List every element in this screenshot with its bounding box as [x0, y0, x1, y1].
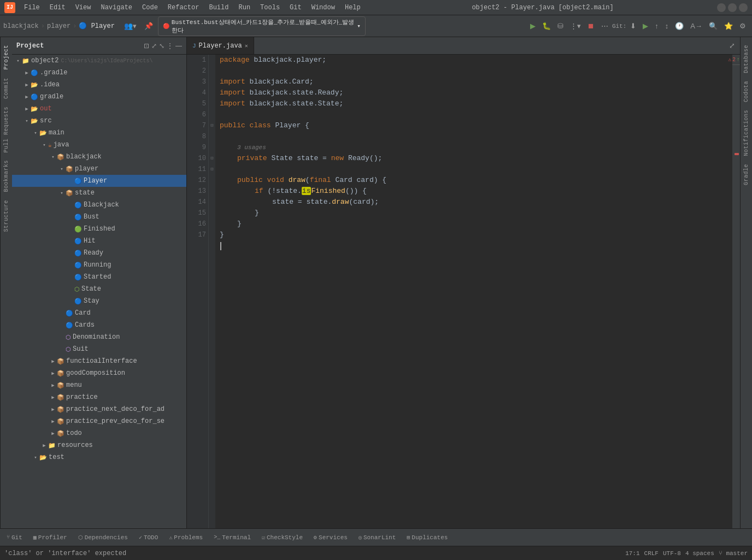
- tree-java[interactable]: ▾ ☕ java: [12, 139, 186, 151]
- status-position[interactable]: 17:1: [625, 550, 639, 557]
- menu-item-view[interactable]: View: [71, 3, 96, 13]
- tree-blackjack-pkg[interactable]: ▾ 📦 blackjack: [12, 151, 186, 163]
- panel-minus-btn[interactable]: —: [175, 42, 182, 50]
- tree-resources[interactable]: ▶ 📁 resources: [12, 439, 186, 451]
- maximize-button[interactable]: □: [728, 3, 737, 12]
- fold-12[interactable]: ⊟: [209, 164, 215, 175]
- bottom-tab-services[interactable]: ⚙ Services: [309, 533, 352, 543]
- tree-out[interactable]: ▶ 📂 out: [12, 103, 186, 115]
- team-button[interactable]: 👥▾: [121, 20, 139, 32]
- menu-item-tools[interactable]: Tools: [256, 3, 284, 13]
- sidebar-project[interactable]: Project: [2, 42, 10, 73]
- panel-expand2-btn[interactable]: ⤡: [159, 42, 164, 50]
- settings-button[interactable]: ⚙: [737, 20, 749, 32]
- bottom-tab-checkstyle[interactable]: ☑ CheckStyle: [257, 533, 307, 543]
- tree-Hit[interactable]: 🔵 Hit: [12, 235, 186, 247]
- tree-src[interactable]: ▾ 📂 src: [12, 115, 186, 127]
- menu-item-window[interactable]: Window: [307, 3, 339, 13]
- tree-practice[interactable]: ▶ 📦 practice: [12, 391, 186, 403]
- menu-item-refactor[interactable]: Refactor: [163, 3, 204, 13]
- status-branch[interactable]: ⑂ master: [719, 550, 748, 557]
- editor-content[interactable]: 1 2 3 4 5 6 7 8 9 10 11 12 13 14 15 16 1…: [187, 55, 740, 528]
- tree-practice-prev[interactable]: ▶ 📦 practice_prev_deco_for_se: [12, 415, 186, 427]
- menu-item-file[interactable]: File: [20, 3, 44, 13]
- breadcrumb-blackjack[interactable]: blackjack: [3, 22, 39, 30]
- rsidebar-database[interactable]: Database: [742, 42, 750, 76]
- stop-button[interactable]: ⏹: [585, 20, 597, 32]
- run-config[interactable]: 🔴 BustTest.bust상태에서_카드1장을_추가로_받을때_예외가_발생…: [158, 16, 366, 36]
- tree-gradle2[interactable]: ▶ 🔵 gradle: [12, 91, 186, 103]
- sidebar-commit[interactable]: Commit: [2, 74, 10, 102]
- tree-main[interactable]: ▾ 📂 main: [12, 127, 186, 139]
- sidebar-pull-requests[interactable]: Pull Requests: [2, 103, 10, 156]
- bottom-tab-duplicates[interactable]: ⊞ Duplicates: [402, 533, 452, 543]
- search-button[interactable]: 🔍: [706, 20, 720, 32]
- more-button[interactable]: ⋯: [598, 20, 611, 32]
- tree-Suit[interactable]: ⬡ Suit: [12, 343, 186, 355]
- coverage-button[interactable]: ⛁: [555, 20, 566, 32]
- tree-Player-class[interactable]: 🔵 Player: [12, 175, 186, 187]
- close-button[interactable]: ✕: [739, 3, 748, 12]
- git-push-button[interactable]: ▶: [640, 20, 651, 32]
- bottom-tab-profiler[interactable]: ▦ Profiler: [29, 533, 72, 543]
- bottom-tab-problems[interactable]: ⚠ Problems: [164, 533, 207, 543]
- tree-player-pkg[interactable]: ▾ 📦 player: [12, 163, 186, 175]
- menu-item-help[interactable]: Help: [340, 3, 365, 13]
- tree-Blackjack[interactable]: 🔵 Blackjack: [12, 199, 186, 211]
- tab-expand-btn[interactable]: ⤢: [726, 40, 738, 51]
- tree-Bust[interactable]: 🔵 Bust: [12, 211, 186, 223]
- tree-State[interactable]: ⬡ State: [12, 283, 186, 295]
- menu-item-build[interactable]: Build: [204, 3, 233, 13]
- tab-close-btn[interactable]: ✕: [245, 43, 248, 49]
- project-tree[interactable]: ▾ 📁 object2 C:\Users\is2js\IdeaProjects\…: [12, 55, 186, 528]
- tree-test[interactable]: ▾ 📂 test: [12, 451, 186, 463]
- bottom-tab-git[interactable]: ⑂ Git: [2, 533, 27, 543]
- tree-Ready[interactable]: 🔵 Ready: [12, 247, 186, 259]
- panel-gear-btn[interactable]: ⋮: [167, 42, 173, 50]
- tree-Finished[interactable]: 🟢 Finished: [12, 223, 186, 235]
- debug-button[interactable]: 🐛: [539, 20, 554, 32]
- panel-scope-btn[interactable]: ⊡: [144, 42, 149, 50]
- panel-expand-btn[interactable]: ⤢: [151, 42, 157, 50]
- minimize-button[interactable]: ─: [717, 3, 726, 12]
- menu-item-edit[interactable]: Edit: [45, 3, 70, 13]
- bottom-tab-terminal[interactable]: >_ Terminal: [209, 533, 255, 543]
- tree-gradle[interactable]: ▶ 🔵 .gradle: [12, 67, 186, 79]
- rsidebar-gradle[interactable]: Gradle: [742, 161, 750, 188]
- git-pull-button[interactable]: ⬇: [627, 20, 639, 32]
- tree-root[interactable]: ▾ 📁 object2 C:\Users\is2js\IdeaProjects\: [12, 55, 186, 67]
- rsidebar-codota[interactable]: Codota: [742, 78, 750, 105]
- bottom-tab-sonarlint[interactable]: ◎ SonarLint: [354, 533, 400, 543]
- fold-11[interactable]: ⊟: [209, 153, 215, 164]
- menu-bar[interactable]: FileEditViewNavigateCodeRefactorBuildRun…: [20, 3, 368, 13]
- menu-item-code[interactable]: Code: [138, 3, 162, 13]
- tree-Card[interactable]: 🔵 Card: [12, 307, 186, 319]
- tree-state-pkg[interactable]: ▾ 📦 state: [12, 187, 186, 199]
- tree-todo[interactable]: ▶ 📦 todo: [12, 427, 186, 439]
- tab-player-java[interactable]: J Player.java ✕: [187, 37, 254, 54]
- sidebar-structure[interactable]: Structure: [2, 197, 10, 235]
- menu-item-run[interactable]: Run: [234, 3, 255, 13]
- sidebar-bookmarks[interactable]: Bookmarks: [2, 157, 10, 196]
- bookmark-button[interactable]: ⭐: [721, 20, 736, 32]
- tree-goodComposition[interactable]: ▶ 📦 goodComposition: [12, 367, 186, 379]
- run-button[interactable]: ▶: [527, 20, 538, 32]
- nav-up[interactable]: ↑: [737, 57, 740, 63]
- status-charset[interactable]: UTF-8: [663, 550, 681, 557]
- pin-button[interactable]: 📌: [142, 20, 156, 32]
- tree-functioalInterface[interactable]: ▶ 📦 functioalInterface: [12, 355, 186, 367]
- tree-Running[interactable]: 🔵 Running: [12, 259, 186, 271]
- more-run-button[interactable]: ⋮▾: [567, 20, 584, 32]
- status-indent[interactable]: 4 spaces: [685, 550, 714, 557]
- code-area[interactable]: package blackjack.player; import blackja…: [215, 55, 732, 528]
- git-update-button[interactable]: ↑: [652, 20, 661, 32]
- tree-Denomination[interactable]: ⬡ Denomination: [12, 331, 186, 343]
- breadcrumb-Player[interactable]: 🔵 Player: [79, 22, 114, 30]
- tree-menu[interactable]: ▶ 📦 menu: [12, 379, 186, 391]
- tree-practice-next[interactable]: ▶ 📦 practice_next_deco_for_ad: [12, 403, 186, 415]
- tree-idea[interactable]: ▶ 📂 .idea: [12, 79, 186, 91]
- menu-item-git[interactable]: Git: [285, 3, 306, 13]
- fold-7[interactable]: ⊟: [209, 120, 215, 131]
- tree-Cards[interactable]: 🔵 Cards: [12, 319, 186, 331]
- bottom-tab-todo[interactable]: ✓ TODO: [134, 533, 162, 543]
